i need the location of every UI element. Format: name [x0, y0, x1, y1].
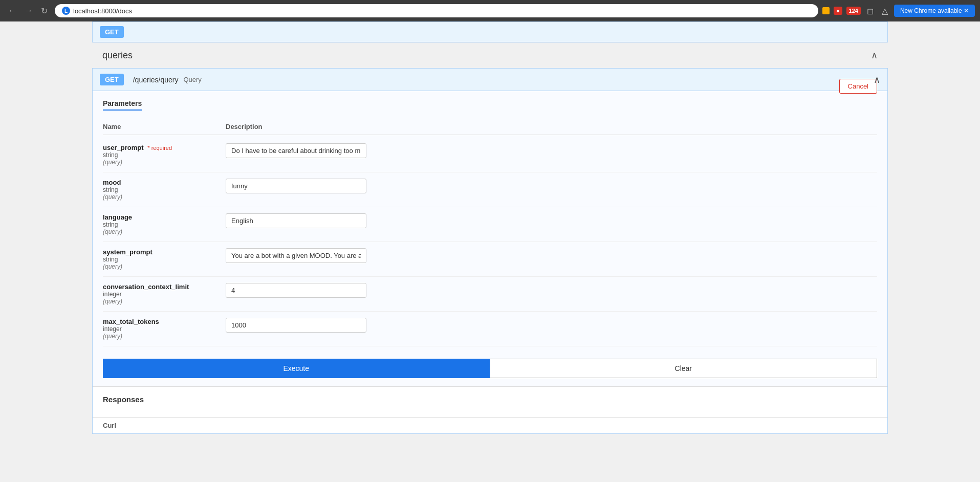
- page-content: GET queries ∧ GET /queries/query Query ∧…: [0, 21, 980, 482]
- extensions-button[interactable]: ◻: [865, 4, 876, 18]
- notification-badge: 124: [846, 7, 861, 15]
- browser-actions: ● 124 ◻ △ New Chrome available ✕: [822, 4, 975, 18]
- extension-icon-yellow: [822, 7, 830, 14]
- param-name-col-mood: mood string (query): [103, 179, 226, 201]
- back-button[interactable]: ←: [5, 4, 19, 17]
- param-name-language: language: [103, 213, 226, 221]
- max-tokens-input[interactable]: [226, 318, 366, 333]
- name-column-header: Name: [103, 123, 226, 130]
- param-type-system-prompt: string: [103, 256, 226, 263]
- param-location-language: (query): [103, 228, 226, 235]
- curl-section: Curl: [93, 417, 887, 433]
- params-table-header: Name Description: [103, 119, 877, 135]
- description-column-header: Description: [226, 123, 877, 130]
- param-type-mood: string: [103, 186, 226, 193]
- new-chrome-button[interactable]: New Chrome available ✕: [894, 5, 975, 17]
- browser-chrome: ← → ↻ L localhost:8000/docs ● 124 ◻ △ Ne…: [0, 0, 980, 21]
- endpoint-block: GET /queries/query Query ∧ Cancel Parame…: [92, 68, 888, 434]
- param-name-col-context-limit: conversation_context_limit integer (quer…: [103, 283, 226, 305]
- section-header: queries ∧: [92, 42, 888, 68]
- param-location-mood: (query): [103, 193, 226, 201]
- action-buttons: Execute Clear: [103, 359, 877, 378]
- endpoint-header: GET /queries/query Query ∧: [93, 69, 887, 91]
- param-row-user-prompt: user_prompt * required string (query): [103, 137, 877, 172]
- param-name-user-prompt: user_prompt * required: [103, 143, 226, 151]
- section-collapse-icon[interactable]: ∧: [871, 50, 878, 61]
- parameters-section: Cancel Parameters Name Description user_…: [93, 91, 887, 386]
- system-prompt-input[interactable]: [226, 248, 366, 263]
- section-title: queries: [102, 50, 133, 61]
- nav-buttons: ← → ↻: [5, 4, 51, 18]
- param-name-system-prompt: system_prompt: [103, 248, 226, 256]
- reload-button[interactable]: ↻: [38, 4, 51, 18]
- responses-section: Responses: [93, 386, 887, 417]
- endpoint-summary: Query: [183, 76, 201, 83]
- curl-title: Curl: [103, 422, 877, 429]
- param-name-mood: mood: [103, 179, 226, 186]
- top-get-path: [128, 28, 130, 36]
- extension-badge-red: ●: [834, 7, 842, 15]
- top-get-bar: GET: [92, 21, 888, 42]
- cancel-button[interactable]: Cancel: [839, 79, 877, 94]
- param-name-text: user_prompt: [103, 144, 143, 151]
- param-input-col-user-prompt: [226, 143, 877, 158]
- site-icon: L: [62, 7, 70, 15]
- context-limit-input[interactable]: [226, 283, 366, 298]
- language-input[interactable]: [226, 213, 366, 228]
- endpoint-header-left: GET /queries/query Query: [100, 74, 202, 85]
- param-input-col-system-prompt: [226, 248, 877, 263]
- param-name-col-language: language string (query): [103, 213, 226, 235]
- address-bar[interactable]: L localhost:8000/docs: [55, 4, 818, 17]
- forward-button[interactable]: →: [21, 4, 36, 17]
- url-text: localhost:8000/docs: [73, 7, 132, 15]
- param-row-context-limit: conversation_context_limit integer (quer…: [103, 277, 877, 312]
- param-row-max-tokens: max_total_tokens integer (query): [103, 312, 877, 346]
- param-location-max-tokens: (query): [103, 333, 226, 340]
- param-location-user-prompt: (query): [103, 159, 226, 166]
- endpoint-method-badge: GET: [100, 74, 124, 85]
- profile-button[interactable]: △: [880, 4, 890, 18]
- param-name-col-max-tokens: max_total_tokens integer (query): [103, 318, 226, 340]
- param-input-col-mood: [226, 179, 877, 193]
- param-required-badge: * required: [147, 145, 172, 151]
- param-type-context-limit: integer: [103, 291, 226, 298]
- execute-button[interactable]: Execute: [103, 359, 490, 378]
- user-prompt-input[interactable]: [226, 143, 366, 158]
- param-type-max-tokens: integer: [103, 325, 226, 333]
- param-row-mood: mood string (query): [103, 172, 877, 207]
- top-get-badge: GET: [100, 26, 124, 38]
- param-type-language: string: [103, 221, 226, 228]
- param-row-system-prompt: system_prompt string (query): [103, 242, 877, 277]
- clear-button[interactable]: Clear: [490, 359, 878, 378]
- param-name-col-system-prompt: system_prompt string (query): [103, 248, 226, 270]
- param-location-context-limit: (query): [103, 298, 226, 305]
- param-input-col-language: [226, 213, 877, 228]
- parameters-tab[interactable]: Parameters: [103, 99, 142, 111]
- param-type-user-prompt: string: [103, 151, 226, 159]
- responses-title: Responses: [103, 395, 877, 404]
- param-name-max-tokens: max_total_tokens: [103, 318, 226, 325]
- param-input-col-context-limit: [226, 283, 877, 298]
- endpoint-path: /queries/query: [133, 76, 179, 84]
- param-name-col-user-prompt: user_prompt * required string (query): [103, 143, 226, 166]
- param-input-col-max-tokens: [226, 318, 877, 333]
- endpoint-collapse-icon[interactable]: ∧: [874, 74, 880, 85]
- param-name-context-limit: conversation_context_limit: [103, 283, 226, 291]
- parameters-table: Name Description user_prompt * required …: [103, 119, 877, 346]
- param-location-system-prompt: (query): [103, 263, 226, 270]
- param-row-language: language string (query): [103, 207, 877, 242]
- mood-input[interactable]: [226, 179, 366, 193]
